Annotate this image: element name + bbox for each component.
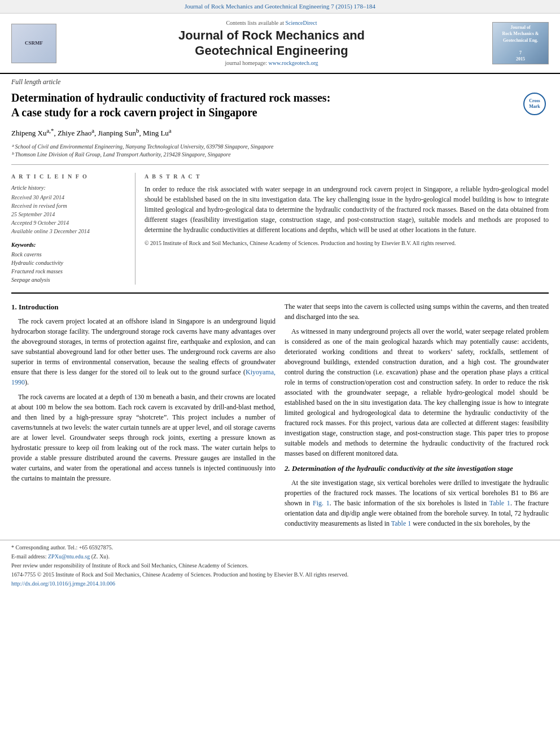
sciencedirect-label: Contents lists available at ScienceDirec… — [62, 19, 481, 27]
footnote-doi: http://dx.doi.org/10.1016/j.jrmge.2014.1… — [11, 580, 549, 588]
logo-text: CSRMF — [25, 40, 43, 47]
footnote-peer-review: Peer review under responsibility of Inst… — [11, 562, 549, 570]
journal-header: CSRMF Contents lists available at Scienc… — [0, 14, 560, 74]
ref-fig1[interactable]: Fig. 1 — [313, 499, 330, 507]
footnote-corresponding: * Corresponding author. Tel.: +65 659278… — [11, 544, 549, 552]
crossmark-icon: CrossMark — [523, 93, 546, 115]
article-history: Article history: Received 30 April 2014 … — [11, 184, 128, 235]
history-received: Received 30 April 2014 — [11, 194, 128, 202]
article-info-column: A R T I C L E I N F O Article history: R… — [11, 173, 135, 285]
history-revised-label: Received in revised form — [11, 202, 128, 210]
history-accepted: Accepted 9 October 2014 — [11, 219, 128, 227]
footnotes-section: * Corresponding author. Tel.: +65 659278… — [0, 540, 560, 592]
footnote-email: E-mail address: ZPXu@ntu.edu.sg (Z. Xu). — [11, 553, 549, 561]
header-divider — [11, 164, 549, 165]
affiliation-a: ᵃ School of Civil and Environmental Engi… — [11, 143, 549, 151]
sciencedirect-prefix: Contents lists available at — [226, 20, 285, 26]
author-ming: Ming Lua — [143, 129, 172, 137]
article-title-section: Determination of hydraulic conductivity … — [0, 88, 560, 124]
sup-a2: a — [91, 127, 94, 134]
page: Journal of Rock Mechanics and Geotechnic… — [0, 0, 560, 747]
authors-section: Zhipeng Xua,*, Zhiye Zhaoa, Jianping Sun… — [0, 124, 560, 141]
journal-title: Journal of Rock Mechanics andGeotechnica… — [62, 28, 481, 58]
homepage-url[interactable]: www.rockgeotech.org — [269, 60, 318, 66]
affiliations-section: ᵃ School of Civil and Environmental Engi… — [0, 141, 560, 161]
crossmark-badge[interactable]: CrossMark — [523, 93, 549, 118]
ref-table1[interactable]: Table 1 — [489, 499, 510, 507]
author-zhiye: Zhiye Zhaoa — [58, 129, 94, 137]
body-para-4: As witnessed in many underground project… — [285, 326, 549, 458]
history-online: Available online 3 December 2014 — [11, 228, 128, 235]
affiliation-b: ᵇ Thomson Line Division of Rail Group, L… — [11, 151, 549, 159]
keyword-4: Seepage analysis — [11, 276, 128, 284]
article-info-abstract-section: A R T I C L E I N F O Article history: R… — [0, 168, 560, 289]
section1-heading: 1. Introduction — [11, 302, 275, 313]
article-type-text: Full length article — [11, 78, 60, 86]
sup-a: a, — [46, 127, 51, 134]
sup-a3: a — [169, 127, 172, 134]
keywords-heading: Keywords: — [11, 241, 128, 249]
keyword-2: Hydraulic conductivity — [11, 259, 128, 267]
journal-cover-area: Journal ofRock Mechanics &Geotechnical E… — [481, 22, 549, 64]
body-para-2: The rock caverns are located at a depth … — [11, 392, 275, 483]
body-content: 1. Introduction The rock cavern project … — [0, 297, 560, 538]
history-title: Article history: — [11, 184, 128, 192]
email-link[interactable]: ZPXu@ntu.edu.sg — [48, 553, 90, 560]
journal-citation-bar: Journal of Rock Mechanics and Geotechnic… — [0, 0, 560, 14]
abstract-text: In order to reduce the risk associated w… — [145, 184, 549, 235]
sciencedirect-link[interactable]: ScienceDirect — [285, 20, 317, 26]
abstract-copyright: © 2015 Institute of Rock and Soil Mechan… — [145, 239, 549, 247]
section2-heading: 2. Determination of the hydraulic conduc… — [285, 463, 549, 474]
keywords-section: Keywords: Rock caverns Hydraulic conduct… — [11, 241, 128, 284]
journal-citation-text: Journal of Rock Mechanics and Geotechnic… — [185, 3, 375, 10]
journal-header-center: Contents lists available at ScienceDirec… — [62, 19, 481, 67]
sup-star: * — [51, 127, 54, 134]
journal-logo-area: CSRMF — [11, 24, 62, 63]
article-info-heading: A R T I C L E I N F O — [11, 173, 128, 181]
body-right-column: The water that seeps into the cavern is … — [285, 302, 549, 533]
footnote-issn: 1674-7755 © 2015 Institute of Rock and S… — [11, 571, 549, 579]
homepage-label: journal homepage: — [225, 60, 267, 66]
abstract-heading: A B S T R A C T — [145, 173, 549, 181]
body-para-5: At the site investigation stage, six ver… — [285, 478, 549, 528]
history-revised-date: 25 September 2014 — [11, 211, 128, 219]
author-zhipeng: Zhipeng Xua,* — [11, 129, 54, 137]
body-para-1: The rock cavern project located at an of… — [11, 316, 275, 387]
author-jianping: Jianping Sunb — [98, 129, 139, 137]
main-content-divider — [11, 292, 549, 294]
ref-kiyoyama[interactable]: Kiyoyama, 1990 — [11, 368, 275, 386]
article-title: Determination of hydraulic conductivity … — [11, 90, 523, 120]
doi-link[interactable]: http://dx.doi.org/10.1016/j.jrmge.2014.1… — [11, 580, 115, 587]
keyword-3: Fractured rock masses — [11, 268, 128, 276]
cover-text: Journal ofRock Mechanics &Geotechnical E… — [502, 24, 539, 62]
keyword-1: Rock caverns — [11, 251, 128, 259]
sup-b: b — [136, 127, 139, 134]
journal-homepage: journal homepage: www.rockgeotech.org — [62, 59, 481, 67]
csrmf-logo: CSRMF — [11, 24, 56, 63]
ref-table1b[interactable]: Table 1 — [391, 519, 411, 527]
article-type-label: Full length article — [0, 74, 560, 88]
abstract-column: A B S T R A C T In order to reduce the r… — [145, 173, 549, 285]
journal-cover-thumbnail: Journal ofRock Mechanics &Geotechnical E… — [492, 22, 549, 64]
body-left-column: 1. Introduction The rock cavern project … — [11, 302, 275, 533]
body-para-3: The water that seeps into the cavern is … — [285, 302, 549, 322]
